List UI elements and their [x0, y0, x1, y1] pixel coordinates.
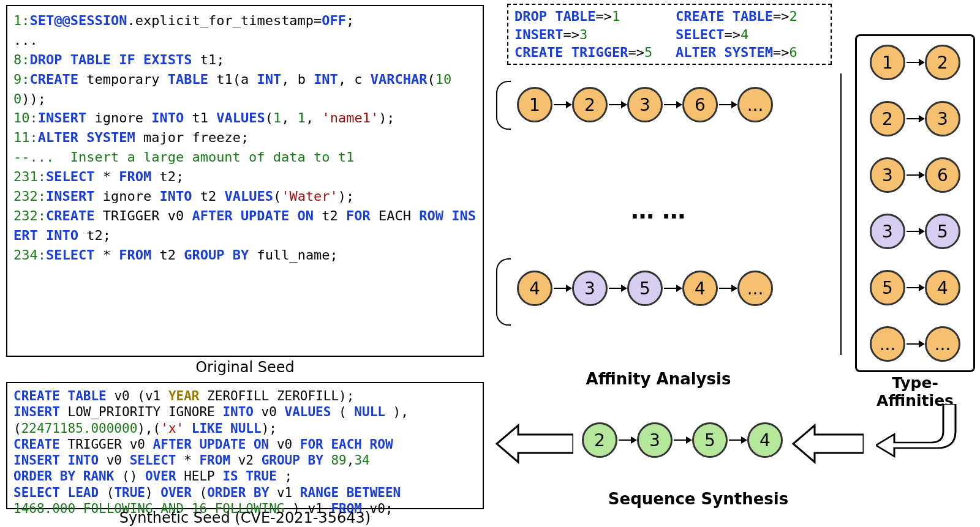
kw: OVER: [160, 485, 199, 500]
type-node: 3: [870, 214, 905, 249]
legend-row: CREATE TABLE=>2: [676, 7, 824, 26]
arrow: =>: [563, 27, 579, 42]
kw: GROUP BY: [262, 453, 331, 468]
kw: FOR EACH ROW: [300, 437, 393, 452]
txt: ;: [285, 469, 293, 484]
kw: INT: [257, 72, 281, 87]
type-node: 1: [517, 87, 552, 122]
num: 5: [644, 45, 652, 60]
bracket-icon: [496, 81, 511, 130]
semi: ;: [346, 13, 354, 28]
arrow: =>: [595, 9, 612, 24]
type-affinity-pair: 54: [870, 270, 960, 305]
txt: t1(a: [216, 72, 257, 87]
type-node: 2: [582, 422, 617, 458]
arrow-right-icon: [664, 288, 681, 289]
txt: v0: [277, 437, 300, 452]
kw: TRUE: [114, 485, 145, 500]
arrow: =>: [724, 27, 741, 42]
lineno-11: 11:: [13, 130, 38, 145]
txt: , b: [281, 72, 314, 87]
num: 1: [612, 9, 620, 24]
kw: OVER: [145, 469, 184, 484]
txt: t2: [322, 208, 346, 223]
type-node: 3: [925, 101, 960, 136]
txt: .explicit_for_timestamp=: [127, 13, 322, 28]
kw: CREATE: [46, 208, 103, 223]
txt: v0: [262, 405, 285, 419]
ellipsis: ...: [13, 32, 38, 48]
type-node: 4: [925, 270, 960, 305]
txt: );: [338, 189, 355, 204]
lineno-232b: 232:: [13, 208, 46, 223]
arrow-right-icon: [907, 287, 924, 288]
type-node: 2: [572, 87, 608, 122]
txt: );: [262, 421, 277, 436]
txt: (): [122, 469, 145, 484]
divider-line: [840, 73, 842, 355]
kw: INSERT: [46, 189, 103, 204]
type-node: 2: [870, 101, 905, 136]
txt: *: [103, 247, 119, 263]
txt: (: [428, 72, 435, 87]
str: 'name1': [322, 110, 379, 125]
txt: *: [103, 169, 119, 184]
arrow-right-icon: [907, 231, 924, 232]
affinity-chain-2: 4354...: [517, 271, 773, 306]
legend-row: ALTER SYSTEM=>6: [676, 43, 824, 62]
type-node: 5: [692, 422, 728, 458]
kw: IS TRUE: [222, 469, 284, 484]
txt: ignore: [103, 189, 160, 204]
synthetic-seed-label: Synthetic Seed (CVE-2021-35643): [6, 509, 484, 526]
arrow: =>: [773, 9, 790, 24]
kw-year: YEAR: [168, 389, 207, 403]
txt: t2: [200, 189, 225, 204]
txt: TRIGGER v0: [68, 437, 153, 452]
kw: CREATE TABLE: [676, 9, 773, 24]
kw: INSERT: [13, 405, 68, 419]
kw: CREATE TABLE: [13, 389, 114, 403]
kw: CREATE: [13, 437, 68, 452]
txt: t2;: [86, 228, 111, 243]
kw-off: OFF: [322, 13, 346, 28]
type-node: 1: [870, 45, 905, 80]
stmt-type-legend: DROP TABLE=>1 CREATE TABLE=>2 INSERT=>3 …: [507, 4, 832, 65]
affinity-chain-1: 1236...: [517, 87, 773, 122]
txt: (: [107, 485, 115, 500]
str: 'Water': [281, 189, 338, 204]
type-affinities-box: 1223363554......: [855, 34, 975, 372]
ellipsis-dots: … …: [631, 197, 685, 224]
txt: full_name;: [257, 247, 337, 263]
num: 4: [741, 27, 748, 42]
kw: INT: [314, 72, 338, 87]
txt: *: [184, 453, 199, 468]
arrow-right-icon: [664, 104, 681, 105]
num: 6: [789, 45, 797, 60]
kw: ALTER SYSTEM: [676, 45, 773, 60]
txt: v0: [107, 453, 130, 468]
kw: VARCHAR: [371, 72, 428, 87]
kw-drop: DROP TABLE IF EXISTS: [30, 52, 200, 67]
kw: INTO: [159, 189, 200, 204]
kw: DROP TABLE: [514, 9, 595, 24]
txt: v0 (v1: [114, 389, 168, 403]
lineno-232a: 232:: [13, 189, 46, 204]
kw: SELECT: [46, 247, 103, 263]
num: 34: [354, 453, 369, 468]
num: 2: [789, 9, 797, 24]
lineno-9: 9:: [13, 72, 30, 87]
type-node: 3: [572, 271, 608, 306]
original-seed-label: Original Seed: [6, 359, 484, 376]
kw: SELECT: [676, 27, 724, 42]
kw: ORDER BY RANK: [13, 469, 122, 484]
kw: INTO: [151, 110, 192, 125]
txt: t2;: [159, 169, 184, 184]
type-affinity-pair: 23: [870, 101, 960, 136]
txt: (: [273, 189, 281, 204]
type-node: 3: [637, 422, 673, 458]
arrow-right-icon: [907, 174, 924, 176]
lineno-231: 231:: [13, 169, 46, 184]
num: 22471185.000000: [21, 421, 138, 436]
lineno-10: 10:: [13, 110, 38, 125]
type-affinity-pair: 35: [870, 214, 960, 249]
